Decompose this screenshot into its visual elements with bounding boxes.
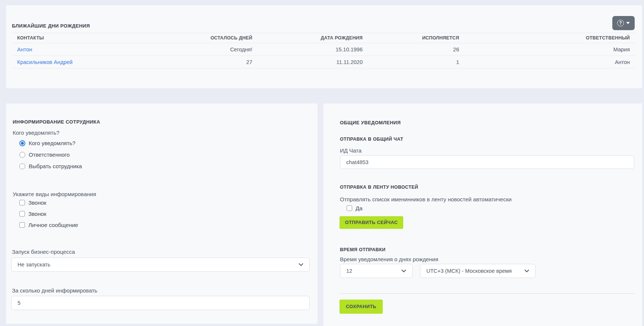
cell-contact: Красильников Андрей	[12, 59, 139, 65]
checkbox-icon[interactable]	[19, 200, 25, 205]
birthdays-card-title: БЛИЖАЙШИЕ ДНИ РОЖДЕНИЯ	[12, 23, 90, 29]
column-header-contacts: КОНТАКТЫ	[12, 35, 139, 41]
chat-id-label: ИД Чата	[340, 147, 362, 154]
business-process-select[interactable]: Не запускать	[11, 258, 310, 272]
chevron-down-icon	[626, 22, 630, 24]
chevron-down-icon	[401, 269, 406, 272]
checkbox-label: Личное сообщение	[28, 222, 78, 228]
cell-responsible: Антон	[460, 59, 631, 65]
divider	[340, 293, 635, 294]
checkbox-option-call-2[interactable]: Звонок	[19, 211, 46, 217]
chat-section-title: ОТПРАВКА В ОБЩИЙ ЧАТ	[340, 137, 403, 142]
checkbox-label: Да	[356, 205, 363, 211]
contact-link[interactable]: Антон	[17, 47, 32, 52]
employee-notification-panel: ИНФОРМИРОВАНИЕ СОТРУДНИКА Кого уведомлят…	[6, 103, 318, 324]
radio-option-choose-employee[interactable]: Выбрать сотрудника	[19, 163, 82, 169]
select-value: Не запускать	[18, 262, 50, 268]
time-label: Время уведомления о днях рождения	[340, 256, 438, 262]
notify-types-label: Укажите виды информирования	[13, 191, 96, 197]
birthdays-card: БЛИЖАЙШИЕ ДНИ РОЖДЕНИЯ ? КОНТАКТЫ ОСТАЛО…	[6, 5, 642, 88]
feed-section-title: ОТПРАВКА В ЛЕНТУ НОВОСТЕЙ	[340, 185, 418, 190]
days-before-label: За сколько дней информировать	[12, 287, 97, 294]
feed-description: Отправлять список именинников в ленту но…	[340, 196, 512, 202]
employee-panel-title: ИНФОРМИРОВАНИЕ СОТРУДНИКА	[13, 119, 100, 125]
general-notifications-panel: ОБЩИЕ УВЕДОМЛЕНИЯ ОТПРАВКА В ОБЩИЙ ЧАТ И…	[323, 103, 642, 326]
checkbox-option-private-message[interactable]: Личное сообщение	[19, 222, 78, 228]
cell-days-left: 27	[139, 59, 253, 65]
radio-icon[interactable]	[19, 140, 25, 146]
contact-link[interactable]: Красильников Андрей	[17, 59, 73, 65]
cell-birth-date: 11.11.2020	[253, 59, 363, 65]
column-header-days-left: ОСТАЛОСЬ ДНЕЙ	[139, 35, 253, 41]
hour-select[interactable]: 12	[340, 264, 413, 278]
time-section-title: ВРЕМЯ ОТПРАВКИ	[340, 247, 385, 252]
checkbox-label: Звонок	[28, 199, 46, 206]
help-button[interactable]: ?	[612, 16, 635, 30]
send-now-button[interactable]: ОТПРАВИТЬ СЕЙЧАС	[340, 216, 403, 229]
cell-turns: 26	[363, 47, 460, 52]
chat-id-input[interactable]	[340, 155, 634, 169]
table-header-row: КОНТАКТЫ ОСТАЛОСЬ ДНЕЙ ДАТА РОЖДЕНИЯ ИСП…	[12, 33, 636, 43]
table-row: Красильников Андрей 27 11.11.2020 1 Анто…	[12, 56, 636, 68]
checkbox-icon[interactable]	[347, 205, 352, 211]
radio-option-notify-whom[interactable]: Кого уведомлять?	[19, 140, 75, 146]
general-panel-title: ОБЩИЕ УВЕДОМЛЕНИЯ	[340, 120, 401, 125]
table-row: Антон Сегодня! 15.10.1996 26 Мария	[12, 43, 636, 56]
cell-days-left: Сегодня!	[139, 47, 253, 52]
column-header-responsible: ОТВЕТСТВЕННЫЙ	[460, 35, 631, 41]
notify-whom-label: Кого уведомлять?	[13, 130, 59, 136]
checkbox-icon[interactable]	[19, 211, 25, 217]
select-value: UTC+3 (МСК) - Московское время	[426, 268, 512, 274]
radio-label: Выбрать сотрудника	[29, 163, 82, 169]
radio-label: Ответственного	[29, 151, 70, 158]
cell-turns: 1	[363, 59, 460, 65]
cell-responsible: Мария	[460, 47, 631, 52]
column-header-turns: ИСПОЛНЯЕТСЯ	[363, 35, 460, 41]
radio-option-responsible[interactable]: Ответственного	[19, 151, 70, 158]
days-before-input[interactable]	[11, 296, 310, 310]
chevron-down-icon	[299, 263, 303, 266]
column-header-birth-date: ДАТА РОЖДЕНИЯ	[253, 35, 363, 41]
save-button[interactable]: СОХРАНИТЬ	[340, 300, 383, 314]
checkbox-option-yes[interactable]: Да	[347, 205, 363, 211]
birthdays-table: КОНТАКТЫ ОСТАЛОСЬ ДНЕЙ ДАТА РОЖДЕНИЯ ИСП…	[12, 33, 636, 68]
cell-contact: Антон	[12, 47, 139, 52]
select-value: 12	[346, 268, 352, 274]
checkbox-icon[interactable]	[19, 222, 25, 228]
radio-label: Кого уведомлять?	[29, 140, 75, 146]
question-circle-icon: ?	[617, 20, 624, 26]
chevron-down-icon	[524, 269, 529, 272]
radio-icon[interactable]	[19, 163, 25, 169]
business-process-label: Запуск бизнес-процесса	[12, 249, 75, 255]
cell-birth-date: 15.10.1996	[253, 47, 363, 52]
radio-icon[interactable]	[19, 152, 25, 158]
checkbox-option-call-1[interactable]: Звонок	[19, 199, 46, 206]
timezone-select[interactable]: UTC+3 (МСК) - Московское время	[420, 264, 536, 278]
checkbox-label: Звонок	[28, 211, 46, 217]
